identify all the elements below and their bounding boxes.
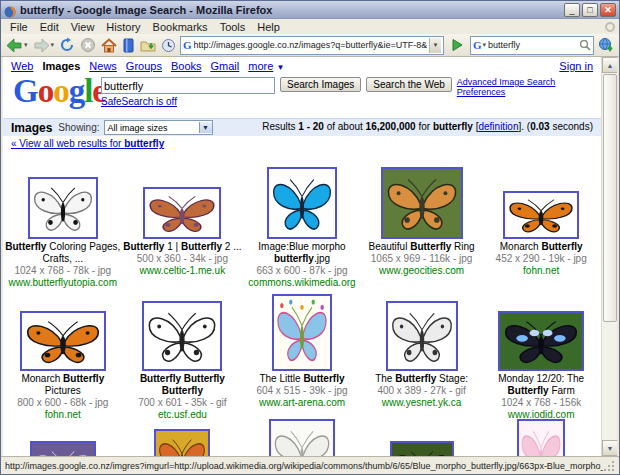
scrollbar-thumb[interactable] bbox=[603, 74, 617, 322]
address-input[interactable] bbox=[192, 40, 429, 50]
result-thumbnail[interactable] bbox=[517, 419, 565, 456]
result-domain[interactable]: fohn.net bbox=[481, 265, 601, 277]
section-label: Images bbox=[11, 121, 52, 135]
preferences-link[interactable]: Preferences bbox=[457, 87, 556, 97]
downloads-icon bbox=[140, 38, 156, 53]
thumbnail-wrap bbox=[3, 155, 123, 239]
image-result-cell: Monday 12/20: The Butterfly Farm1024 x 7… bbox=[481, 283, 601, 415]
search-query-input[interactable] bbox=[101, 77, 275, 94]
result-thumbnail[interactable] bbox=[30, 441, 96, 456]
result-domain[interactable]: www.yesnet.yk.ca bbox=[362, 397, 482, 409]
result-title[interactable]: Monday 12/20: The Butterfly Farm bbox=[481, 373, 601, 397]
image-result-cell: Image:Blue morpho butterfly.jpg663 x 600… bbox=[242, 151, 362, 283]
minimize-button[interactable]: _ bbox=[564, 3, 580, 17]
result-thumbnail[interactable] bbox=[20, 311, 106, 371]
url-bar[interactable]: G ▾ bbox=[180, 36, 444, 55]
menu-edit[interactable]: Edit bbox=[35, 20, 64, 34]
result-title[interactable]: Monarch Butterfly Pictures bbox=[3, 373, 123, 397]
logo-letter: G bbox=[13, 73, 38, 109]
forward-dropdown-icon[interactable]: ▾ bbox=[51, 41, 55, 49]
result-title[interactable]: Butterfly Butterfly Butterfly bbox=[123, 373, 243, 397]
result-thumbnail[interactable] bbox=[390, 441, 454, 456]
close-button[interactable]: ✕ bbox=[600, 3, 616, 17]
nav-tab-books[interactable]: Books bbox=[171, 60, 202, 72]
title-bar[interactable]: butterfly - Google Image Search - Mozill… bbox=[1, 1, 619, 19]
result-thumbnail[interactable] bbox=[498, 311, 584, 371]
nav-tab-groups[interactable]: Groups bbox=[126, 60, 162, 72]
search-engine-icon[interactable]: G bbox=[473, 40, 482, 51]
image-size-select[interactable]: All image sizes ▼ bbox=[104, 120, 213, 135]
result-thumbnail[interactable] bbox=[142, 301, 222, 371]
result-thumbnail[interactable] bbox=[269, 419, 335, 456]
thumbnail-wrap bbox=[3, 419, 123, 456]
advanced-image-search-link[interactable]: Advanced Image Search bbox=[457, 77, 556, 87]
select-arrow-icon[interactable]: ▼ bbox=[199, 122, 212, 133]
result-domain[interactable]: www.geocities.com bbox=[362, 265, 482, 277]
result-thumbnail[interactable] bbox=[267, 167, 337, 239]
thumbnail-wrap bbox=[242, 287, 362, 371]
go-button[interactable] bbox=[447, 36, 467, 55]
magnifier-icon[interactable] bbox=[579, 39, 591, 51]
result-dimensions: 1065 x 969 - 116k - jpg bbox=[362, 253, 482, 265]
result-thumbnail[interactable] bbox=[381, 167, 463, 239]
forward-icon bbox=[33, 38, 50, 53]
maximize-button[interactable]: □ bbox=[582, 3, 598, 17]
status-url-text: http://images.google.co.nz/imgres?imgurl… bbox=[5, 461, 603, 471]
result-title[interactable]: The Butterfly Stage: bbox=[362, 373, 482, 385]
image-result-cell bbox=[362, 415, 482, 456]
nav-tab-gmail[interactable]: Gmail bbox=[211, 60, 240, 72]
bookmarks-button[interactable] bbox=[121, 36, 136, 55]
stop-button[interactable] bbox=[79, 36, 97, 55]
history-button[interactable] bbox=[160, 36, 177, 55]
result-title[interactable]: Butterfly 1 | Butterfly 2 ... bbox=[123, 241, 243, 253]
result-thumbnail[interactable] bbox=[28, 177, 98, 239]
result-domain[interactable]: www.art-arena.com bbox=[242, 397, 362, 409]
resize-grip[interactable] bbox=[603, 460, 615, 472]
vertical-scrollbar[interactable]: ▲ ▼ bbox=[601, 57, 617, 456]
scroll-up-icon[interactable]: ▲ bbox=[602, 57, 617, 73]
navigation-toolbar: ▾ ▾ G ▾ G ▾ bbox=[1, 34, 619, 57]
downloads-button[interactable] bbox=[139, 36, 157, 55]
result-thumbnail[interactable] bbox=[272, 294, 332, 371]
search-images-button[interactable]: Search Images bbox=[280, 77, 361, 92]
menu-bookmarks[interactable]: Bookmarks bbox=[148, 20, 213, 34]
url-dropdown-icon[interactable]: ▾ bbox=[429, 38, 441, 53]
result-thumbnail[interactable] bbox=[154, 429, 210, 456]
safesearch-link[interactable]: SafeSearch is off bbox=[101, 96, 177, 107]
forward-button[interactable]: ▾ bbox=[32, 36, 56, 55]
activity-indicator bbox=[597, 36, 615, 55]
nav-tab-images[interactable]: Images bbox=[42, 60, 80, 72]
result-thumbnail[interactable] bbox=[143, 187, 221, 239]
menu-history[interactable]: History bbox=[101, 20, 145, 34]
google-nav: Web Images News Groups Books Gmail more … bbox=[3, 57, 601, 73]
web-search-input[interactable] bbox=[486, 40, 579, 50]
thumbnail-wrap bbox=[123, 155, 243, 239]
result-title[interactable]: Beautiful Butterfly Ring bbox=[362, 241, 482, 253]
reload-button[interactable] bbox=[58, 36, 76, 55]
back-button[interactable]: ▾ bbox=[5, 36, 29, 55]
sign-in-link[interactable]: Sign in bbox=[559, 60, 593, 72]
back-dropdown-icon[interactable]: ▾ bbox=[24, 41, 28, 49]
view-all-web-results-link[interactable]: « View all web results for butterfly bbox=[3, 136, 601, 151]
menu-file[interactable]: File bbox=[5, 20, 33, 34]
nav-more-menu[interactable]: more ▼ bbox=[248, 60, 284, 72]
scroll-down-icon[interactable]: ▼ bbox=[602, 440, 617, 456]
result-title[interactable]: The Little Butterfly bbox=[242, 373, 362, 385]
menu-tools[interactable]: Tools bbox=[215, 20, 251, 34]
result-domain[interactable]: www.celtic-1.me.uk bbox=[123, 265, 243, 277]
menu-help[interactable]: Help bbox=[252, 20, 285, 34]
nav-tab-news[interactable]: News bbox=[89, 60, 117, 72]
result-thumbnail[interactable] bbox=[503, 191, 579, 239]
web-search-box[interactable]: G ▾ bbox=[470, 36, 594, 55]
result-title[interactable]: Monarch Butterfly bbox=[481, 241, 601, 253]
home-button[interactable] bbox=[100, 36, 118, 55]
search-web-button[interactable]: Search the Web bbox=[366, 77, 452, 92]
result-title[interactable]: Butterfly Coloring Pages, Crafts, ... bbox=[3, 241, 123, 265]
definition-link[interactable]: definition bbox=[478, 121, 518, 132]
result-dimensions: 1024 x 768 - 78k - jpg bbox=[3, 265, 123, 277]
result-thumbnail[interactable] bbox=[386, 301, 458, 371]
nav-tab-web[interactable]: Web bbox=[11, 60, 33, 72]
result-stats: Results 1 - 20 of about 16,200,000 for b… bbox=[262, 121, 593, 132]
result-title[interactable]: Image:Blue morpho butterfly.jpg bbox=[242, 241, 362, 265]
menu-view[interactable]: View bbox=[66, 20, 100, 34]
